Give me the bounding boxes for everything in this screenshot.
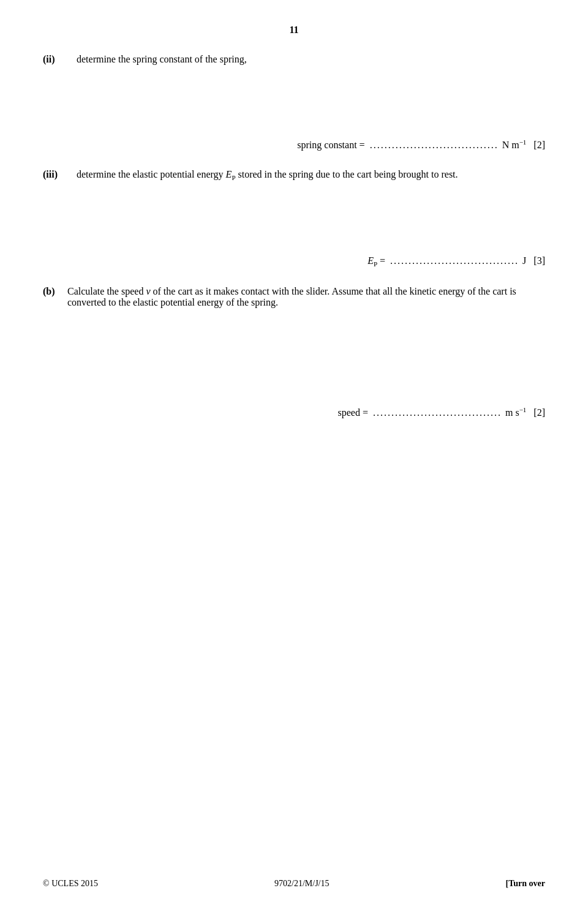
page-number: 11	[43, 24, 545, 36]
part-b-text: Calculate the speed v of the cart as it …	[67, 286, 545, 308]
part-iii-text: determine the elastic potential energy E…	[77, 169, 545, 181]
footer-copyright: © UCLES 2015	[43, 879, 98, 889]
speed-label: speed =	[338, 407, 368, 418]
part-iii-answer-row: EP = ...................................…	[43, 255, 545, 268]
spring-constant-label: spring constant =	[297, 140, 364, 151]
part-iii-label: (iii)	[43, 169, 77, 180]
part-b-label: (b)	[43, 286, 67, 297]
ep-dots: ...................................	[390, 255, 519, 266]
part-ii: (ii) determine the spring constant of th…	[43, 54, 545, 65]
part-ii-text: determine the spring constant of the spr…	[77, 54, 545, 65]
part-ii-label: (ii)	[43, 54, 77, 65]
part-iii: (iii) determine the elastic potential en…	[43, 169, 545, 181]
ep-unit: J [3]	[522, 255, 545, 266]
speed-dots: ...................................	[373, 407, 502, 418]
footer-paper-code: 9702/21/M/J/15	[274, 879, 329, 889]
ep-label: EP =	[368, 255, 385, 268]
footer-turn-over: [Turn over	[506, 879, 545, 889]
spring-constant-unit: N m−1 [2]	[502, 138, 545, 151]
part-b-answer-row: speed = ................................…	[43, 406, 545, 418]
footer: © UCLES 2015 9702/21/M/J/15 [Turn over	[0, 879, 588, 889]
part-b: (b) Calculate the speed v of the cart as…	[43, 286, 545, 308]
part-ii-answer-row: spring constant = ......................…	[43, 138, 545, 151]
page: 11 (ii) determine the spring constant of…	[0, 0, 588, 907]
speed-unit: m s−1 [2]	[505, 406, 545, 418]
spring-constant-dots: ...................................	[370, 140, 499, 151]
